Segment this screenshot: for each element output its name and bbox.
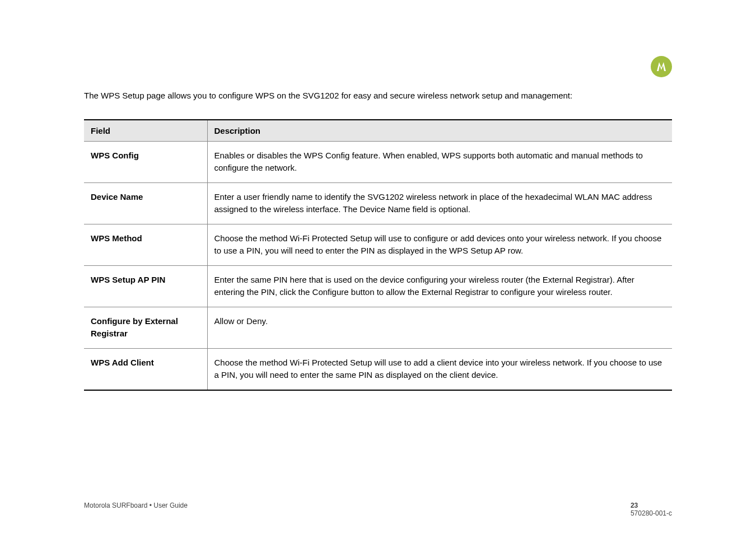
wps-fields-table: Field Description WPS Config Enables or … (84, 119, 672, 391)
brand-logo (651, 56, 672, 77)
footer-right: 23 570280-001-c (631, 502, 672, 517)
field-description: Enter a user friendly name to identify t… (207, 182, 672, 224)
field-description: Enables or disables the WPS Config featu… (207, 141, 672, 182)
table-row: WPS Add Client Choose the method Wi-Fi P… (84, 348, 672, 390)
field-name: WPS Setup AP PIN (84, 265, 207, 307)
intro-paragraph: The WPS Setup page allows you to configu… (84, 90, 672, 102)
field-name: WPS Config (84, 141, 207, 182)
table-header-row: Field Description (84, 120, 672, 142)
motorola-icon (655, 60, 668, 73)
field-description: Allow or Deny. (207, 307, 672, 348)
field-name: WPS Add Client (84, 348, 207, 390)
header-field: Field (84, 120, 207, 142)
field-name: WPS Method (84, 224, 207, 265)
field-name: Configure by External Registrar (84, 307, 207, 348)
page-number: 23 (631, 502, 638, 509)
field-description: Choose the method Wi-Fi Protected Setup … (207, 348, 672, 390)
page-footer: Motorola SURFboard • User Guide 23 57028… (84, 502, 672, 517)
table-row: WPS Method Choose the method Wi-Fi Prote… (84, 224, 672, 265)
field-description: Enter the same PIN here that is used on … (207, 265, 672, 307)
table-row: Configure by External Registrar Allow or… (84, 307, 672, 348)
doc-code: 570280-001-c (631, 509, 672, 517)
field-description: Choose the method Wi-Fi Protected Setup … (207, 224, 672, 265)
footer-left: Motorola SURFboard • User Guide (84, 502, 188, 517)
table-row: WPS Setup AP PIN Enter the same PIN here… (84, 265, 672, 307)
field-name: Device Name (84, 182, 207, 224)
header-description: Description (207, 120, 672, 142)
table-row: Device Name Enter a user friendly name t… (84, 182, 672, 224)
table-row: WPS Config Enables or disables the WPS C… (84, 141, 672, 182)
